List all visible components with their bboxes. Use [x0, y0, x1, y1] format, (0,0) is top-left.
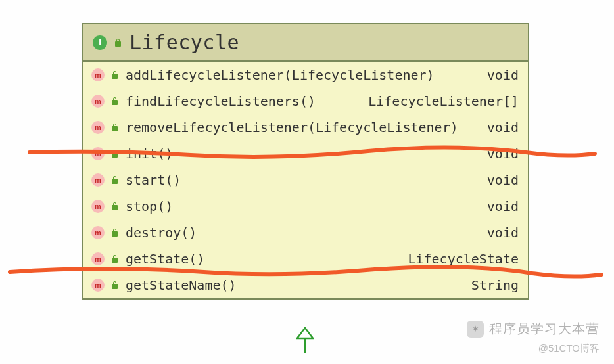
- method-icon: m: [91, 226, 105, 239]
- method-list: m addLifecycleListener(LifecycleListener…: [83, 62, 528, 298]
- class-name: Lifecycle: [130, 31, 239, 54]
- method-name: stop(): [126, 198, 173, 214]
- method-row: m stop() void: [83, 193, 528, 219]
- method-name: getState(): [126, 251, 204, 267]
- method-name: removeLifecycleListener(LifecycleListene…: [126, 120, 458, 135]
- method-name: addLifecycleListener(LifecycleListener): [126, 67, 435, 83]
- return-type: void: [487, 120, 519, 135]
- return-type: void: [487, 225, 519, 240]
- method-row: m getStateName() String: [83, 272, 528, 298]
- method-icon: m: [91, 279, 105, 292]
- method-row: m init() void: [83, 141, 528, 167]
- class-header: I Lifecycle: [83, 24, 528, 62]
- method-name: getStateName(): [126, 277, 237, 293]
- method-icon: m: [91, 200, 105, 213]
- lock-icon: [110, 202, 120, 211]
- method-row: m addLifecycleListener(LifecycleListener…: [83, 62, 528, 88]
- method-row: m findLifecycleListeners() LifecycleList…: [83, 88, 528, 114]
- method-row: m start() void: [83, 167, 528, 193]
- method-name: findLifecycleListeners(): [126, 93, 316, 109]
- lock-icon: [110, 281, 120, 290]
- class-diagram: I Lifecycle m addLifecycleListener(Lifec…: [82, 23, 529, 300]
- lock-icon: [110, 123, 120, 132]
- method-icon: m: [91, 252, 105, 265]
- return-type: LifecycleListener[]: [368, 93, 519, 109]
- method-icon: m: [91, 173, 105, 187]
- interface-icon: I: [93, 35, 107, 50]
- watermark-main: ✶ 程序员学习大本营: [467, 320, 600, 338]
- method-name: init(): [126, 146, 173, 162]
- lock-icon: [110, 97, 120, 106]
- return-type: void: [487, 198, 519, 214]
- watermark-sub: @51CTO博客: [538, 342, 600, 355]
- lock-icon: [110, 149, 120, 158]
- wechat-icon: ✶: [467, 321, 484, 338]
- return-type: LifecycleState: [408, 251, 519, 267]
- lock-icon: [110, 70, 120, 80]
- return-type: String: [471, 277, 519, 293]
- method-icon: m: [91, 68, 105, 81]
- return-type: void: [487, 146, 519, 162]
- method-icon: m: [91, 147, 105, 160]
- return-type: void: [487, 172, 519, 188]
- method-icon: m: [91, 95, 105, 108]
- lock-icon: [110, 228, 120, 237]
- return-type: void: [487, 67, 519, 83]
- method-icon: m: [91, 121, 105, 134]
- lock-icon: [114, 38, 123, 47]
- method-row: m destroy() void: [83, 219, 528, 246]
- uml-arrow-up-icon: [296, 327, 314, 353]
- method-row: m getState() LifecycleState: [83, 246, 528, 272]
- svg-marker-0: [297, 328, 313, 338]
- watermark-main-text: 程序员学习大本营: [489, 320, 600, 338]
- method-name: start(): [126, 172, 181, 188]
- method-row: m removeLifecycleListener(LifecycleListe…: [83, 114, 528, 141]
- lock-icon: [110, 254, 120, 263]
- method-name: destroy(): [126, 225, 197, 240]
- lock-icon: [110, 175, 120, 185]
